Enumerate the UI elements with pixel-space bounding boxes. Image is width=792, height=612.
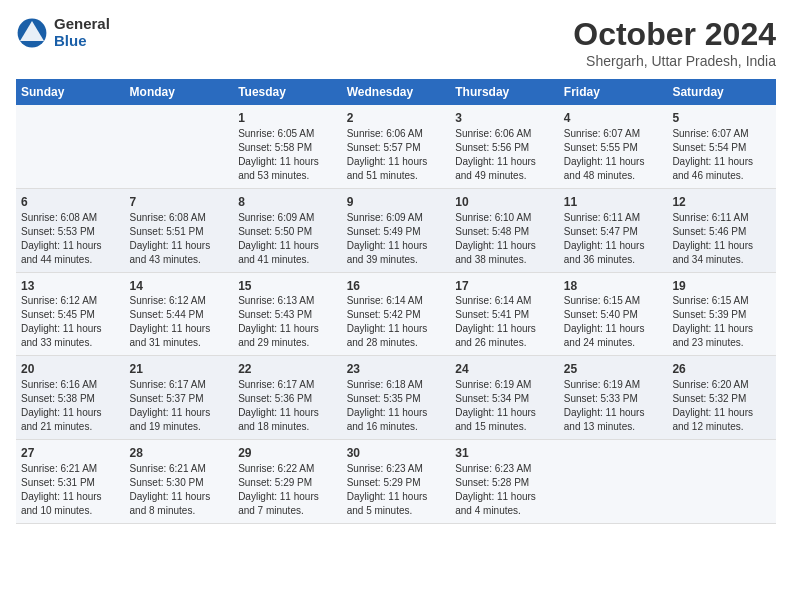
day-number: 19 <box>672 278 771 295</box>
title-block: October 2024 Shergarh, Uttar Pradesh, In… <box>573 16 776 69</box>
calendar-cell: 3Sunrise: 6:06 AMSunset: 5:56 PMDaylight… <box>450 105 559 188</box>
day-info: Sunrise: 6:19 AMSunset: 5:33 PMDaylight:… <box>564 378 663 434</box>
day-info: Sunrise: 6:17 AMSunset: 5:36 PMDaylight:… <box>238 378 337 434</box>
calendar-cell: 8Sunrise: 6:09 AMSunset: 5:50 PMDaylight… <box>233 188 342 272</box>
day-info: Sunrise: 6:07 AMSunset: 5:55 PMDaylight:… <box>564 127 663 183</box>
day-number: 26 <box>672 361 771 378</box>
day-number: 14 <box>130 278 229 295</box>
calendar-cell <box>125 105 234 188</box>
calendar-cell: 11Sunrise: 6:11 AMSunset: 5:47 PMDayligh… <box>559 188 668 272</box>
day-info: Sunrise: 6:16 AMSunset: 5:38 PMDaylight:… <box>21 378 120 434</box>
calendar-cell: 27Sunrise: 6:21 AMSunset: 5:31 PMDayligh… <box>16 440 125 524</box>
header-wednesday: Wednesday <box>342 79 451 105</box>
calendar-cell: 26Sunrise: 6:20 AMSunset: 5:32 PMDayligh… <box>667 356 776 440</box>
day-info: Sunrise: 6:22 AMSunset: 5:29 PMDaylight:… <box>238 462 337 518</box>
day-info: Sunrise: 6:19 AMSunset: 5:34 PMDaylight:… <box>455 378 554 434</box>
day-number: 31 <box>455 445 554 462</box>
day-number: 23 <box>347 361 446 378</box>
day-number: 27 <box>21 445 120 462</box>
day-number: 7 <box>130 194 229 211</box>
day-info: Sunrise: 6:10 AMSunset: 5:48 PMDaylight:… <box>455 211 554 267</box>
page-header: General Blue October 2024 Shergarh, Utta… <box>16 16 776 69</box>
day-info: Sunrise: 6:18 AMSunset: 5:35 PMDaylight:… <box>347 378 446 434</box>
day-number: 28 <box>130 445 229 462</box>
day-number: 6 <box>21 194 120 211</box>
day-info: Sunrise: 6:17 AMSunset: 5:37 PMDaylight:… <box>130 378 229 434</box>
calendar-week-row: 6Sunrise: 6:08 AMSunset: 5:53 PMDaylight… <box>16 188 776 272</box>
day-info: Sunrise: 6:23 AMSunset: 5:29 PMDaylight:… <box>347 462 446 518</box>
location-subtitle: Shergarh, Uttar Pradesh, India <box>573 53 776 69</box>
day-info: Sunrise: 6:09 AMSunset: 5:50 PMDaylight:… <box>238 211 337 267</box>
logo: General Blue <box>16 16 110 49</box>
calendar-week-row: 27Sunrise: 6:21 AMSunset: 5:31 PMDayligh… <box>16 440 776 524</box>
day-number: 1 <box>238 110 337 127</box>
calendar-cell: 17Sunrise: 6:14 AMSunset: 5:41 PMDayligh… <box>450 272 559 356</box>
calendar-week-row: 13Sunrise: 6:12 AMSunset: 5:45 PMDayligh… <box>16 272 776 356</box>
calendar-cell <box>559 440 668 524</box>
calendar-cell: 2Sunrise: 6:06 AMSunset: 5:57 PMDaylight… <box>342 105 451 188</box>
calendar-week-row: 20Sunrise: 6:16 AMSunset: 5:38 PMDayligh… <box>16 356 776 440</box>
calendar-cell: 31Sunrise: 6:23 AMSunset: 5:28 PMDayligh… <box>450 440 559 524</box>
logo-icon <box>16 17 48 49</box>
day-info: Sunrise: 6:12 AMSunset: 5:44 PMDaylight:… <box>130 294 229 350</box>
day-number: 21 <box>130 361 229 378</box>
calendar-cell <box>16 105 125 188</box>
day-info: Sunrise: 6:21 AMSunset: 5:31 PMDaylight:… <box>21 462 120 518</box>
day-info: Sunrise: 6:15 AMSunset: 5:40 PMDaylight:… <box>564 294 663 350</box>
calendar-cell: 1Sunrise: 6:05 AMSunset: 5:58 PMDaylight… <box>233 105 342 188</box>
calendar-cell: 9Sunrise: 6:09 AMSunset: 5:49 PMDaylight… <box>342 188 451 272</box>
day-info: Sunrise: 6:06 AMSunset: 5:57 PMDaylight:… <box>347 127 446 183</box>
header-monday: Monday <box>125 79 234 105</box>
calendar-week-row: 1Sunrise: 6:05 AMSunset: 5:58 PMDaylight… <box>16 105 776 188</box>
day-info: Sunrise: 6:08 AMSunset: 5:51 PMDaylight:… <box>130 211 229 267</box>
day-number: 10 <box>455 194 554 211</box>
calendar-cell: 7Sunrise: 6:08 AMSunset: 5:51 PMDaylight… <box>125 188 234 272</box>
day-info: Sunrise: 6:12 AMSunset: 5:45 PMDaylight:… <box>21 294 120 350</box>
calendar-cell: 23Sunrise: 6:18 AMSunset: 5:35 PMDayligh… <box>342 356 451 440</box>
day-number: 3 <box>455 110 554 127</box>
calendar-cell: 10Sunrise: 6:10 AMSunset: 5:48 PMDayligh… <box>450 188 559 272</box>
calendar-cell: 28Sunrise: 6:21 AMSunset: 5:30 PMDayligh… <box>125 440 234 524</box>
header-tuesday: Tuesday <box>233 79 342 105</box>
day-info: Sunrise: 6:15 AMSunset: 5:39 PMDaylight:… <box>672 294 771 350</box>
day-number: 25 <box>564 361 663 378</box>
day-number: 24 <box>455 361 554 378</box>
calendar-cell: 24Sunrise: 6:19 AMSunset: 5:34 PMDayligh… <box>450 356 559 440</box>
day-number: 20 <box>21 361 120 378</box>
calendar-cell: 5Sunrise: 6:07 AMSunset: 5:54 PMDaylight… <box>667 105 776 188</box>
day-number: 29 <box>238 445 337 462</box>
calendar-cell: 19Sunrise: 6:15 AMSunset: 5:39 PMDayligh… <box>667 272 776 356</box>
calendar-cell: 14Sunrise: 6:12 AMSunset: 5:44 PMDayligh… <box>125 272 234 356</box>
day-info: Sunrise: 6:11 AMSunset: 5:47 PMDaylight:… <box>564 211 663 267</box>
calendar-cell: 16Sunrise: 6:14 AMSunset: 5:42 PMDayligh… <box>342 272 451 356</box>
logo-blue: Blue <box>54 33 110 50</box>
day-number: 16 <box>347 278 446 295</box>
day-info: Sunrise: 6:08 AMSunset: 5:53 PMDaylight:… <box>21 211 120 267</box>
day-info: Sunrise: 6:14 AMSunset: 5:42 PMDaylight:… <box>347 294 446 350</box>
day-number: 17 <box>455 278 554 295</box>
day-number: 2 <box>347 110 446 127</box>
day-number: 5 <box>672 110 771 127</box>
day-info: Sunrise: 6:21 AMSunset: 5:30 PMDaylight:… <box>130 462 229 518</box>
day-info: Sunrise: 6:13 AMSunset: 5:43 PMDaylight:… <box>238 294 337 350</box>
day-number: 4 <box>564 110 663 127</box>
calendar-cell: 30Sunrise: 6:23 AMSunset: 5:29 PMDayligh… <box>342 440 451 524</box>
day-number: 12 <box>672 194 771 211</box>
day-number: 22 <box>238 361 337 378</box>
calendar-cell: 15Sunrise: 6:13 AMSunset: 5:43 PMDayligh… <box>233 272 342 356</box>
day-number: 15 <box>238 278 337 295</box>
calendar-cell: 6Sunrise: 6:08 AMSunset: 5:53 PMDaylight… <box>16 188 125 272</box>
logo-general: General <box>54 16 110 33</box>
day-info: Sunrise: 6:14 AMSunset: 5:41 PMDaylight:… <box>455 294 554 350</box>
calendar-cell <box>667 440 776 524</box>
calendar-cell: 25Sunrise: 6:19 AMSunset: 5:33 PMDayligh… <box>559 356 668 440</box>
calendar-cell: 22Sunrise: 6:17 AMSunset: 5:36 PMDayligh… <box>233 356 342 440</box>
logo-text: General Blue <box>54 16 110 49</box>
calendar-cell: 12Sunrise: 6:11 AMSunset: 5:46 PMDayligh… <box>667 188 776 272</box>
day-info: Sunrise: 6:06 AMSunset: 5:56 PMDaylight:… <box>455 127 554 183</box>
day-number: 11 <box>564 194 663 211</box>
calendar-cell: 18Sunrise: 6:15 AMSunset: 5:40 PMDayligh… <box>559 272 668 356</box>
header-sunday: Sunday <box>16 79 125 105</box>
day-info: Sunrise: 6:05 AMSunset: 5:58 PMDaylight:… <box>238 127 337 183</box>
header-friday: Friday <box>559 79 668 105</box>
